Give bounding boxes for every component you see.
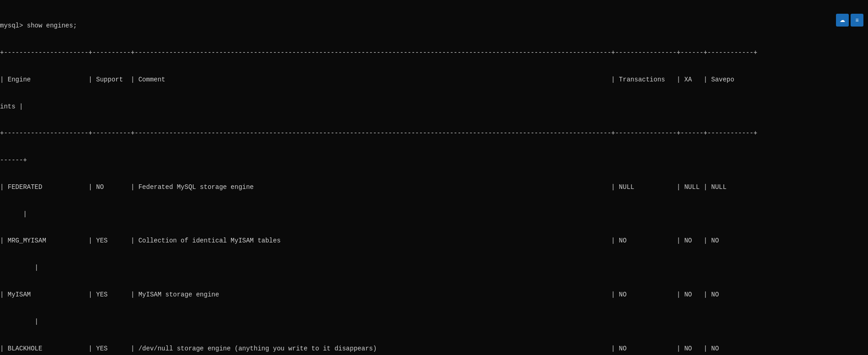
separator-top: +----------------------+----------+-----… — [0, 48, 868, 58]
row-mrg-myisam-cont: | — [0, 264, 868, 273]
row-myisam: | MyISAM | YES | MyISAM storage engine |… — [0, 290, 868, 300]
row-blackhole: | BLACKHOLE | YES | /dev/null storage en… — [0, 344, 868, 354]
header-row-cont: ints | — [0, 102, 868, 112]
row-federated-cont: | — [0, 210, 868, 219]
row-myisam-cont: | — [0, 317, 868, 327]
separator-dashes: ------+ — [0, 156, 868, 165]
row-federated: | FEDERATED | NO | Federated MySQL stora… — [0, 183, 868, 192]
separator-mid: +----------------------+----------+-----… — [0, 129, 868, 138]
corner-widget: ☁ ≡ — [836, 14, 863, 27]
cloud-button[interactable]: ☁ — [836, 14, 849, 27]
header-row: | Engine | Support | Comment | Transacti… — [0, 75, 868, 85]
prompt-line: mysql> show engines; — [0, 22, 868, 31]
row-mrg-myisam: | MRG_MYISAM | YES | Collection of ident… — [0, 237, 868, 246]
terminal-window: mysql> show engines; +------------------… — [0, 0, 868, 355]
menu-button[interactable]: ≡ — [851, 14, 863, 27]
